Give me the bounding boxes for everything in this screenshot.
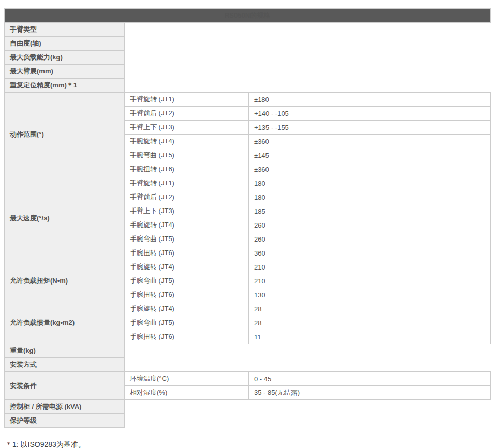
sub-row-value: 210 [249,260,491,274]
row-label: 动作范围(°) [5,93,125,176]
table-row: 安装方式 [5,358,491,372]
table-row: 控制柜 / 所需电源 (kVA) [5,400,491,414]
sub-row-value: 11 [249,330,491,344]
row-label: 允许负载惯量(kg•m2) [5,302,125,344]
row-label: 允许负载扭矩(N•m) [5,260,125,302]
row-label: 保护等级 [5,414,125,428]
row-label: 手臂类型 [5,23,125,37]
sub-row-label: 手腕扭转 (JT6) [125,246,249,260]
footnote: ＊1: 以ISO9283为基准。 [5,440,491,448]
page: RS050N的规格 手臂类型自由度(轴)最大负载能力(kg)最大臂展(mm)重复… [0,0,502,448]
table-row: 最大负载能力(kg) [5,51,491,65]
sub-row-label: 手腕扭转 (JT6) [125,330,249,344]
sub-row-value: 180 [249,190,491,204]
sub-row-label: 手腕弯曲 (JT5) [125,274,249,288]
sub-row-value: ±360 [249,135,491,148]
row-label: 重复定位精度(mm)＊1 [5,79,125,93]
table-row: 保护等级 [5,414,491,428]
sub-row-label: 手臂旋转 (JT1) [125,176,249,190]
sub-row-value: +135 - -155 [249,121,491,135]
table-row: 允许负载惯量(kg•m2)手腕旋转 (JT4)28 [5,302,491,316]
spec-table: RS050N的规格 手臂类型自由度(轴)最大负载能力(kg)最大臂展(mm)重复… [4,8,491,428]
sub-row-value: 185 [249,204,491,218]
sub-row-value: 35 - 85(无结露) [249,386,491,400]
sub-row-label: 手臂前后 (JT2) [125,190,249,204]
spec-table-body: 手臂类型自由度(轴)最大负载能力(kg)最大臂展(mm)重复定位精度(mm)＊1… [5,23,491,428]
sub-row-label: 手臂上下 (JT3) [125,121,249,135]
table-header-row: RS050N的规格 [5,9,491,23]
table-row: 重复定位精度(mm)＊1 [5,79,491,93]
sub-row-value: 0 - 45 [249,372,491,386]
sub-row-label: 手腕弯曲 (JT5) [125,316,249,330]
sub-row-label: 手臂前后 (JT2) [125,107,249,121]
sub-row-label: 手臂上下 (JT3) [125,204,249,218]
sub-row-value: ±180 [249,93,491,107]
sub-row-value: 28 [249,302,491,316]
sub-row-label: 手臂旋转 (JT1) [125,93,249,107]
row-label: 最大速度(°/s) [5,176,125,260]
sub-row-label: 环境温度(°C) [125,372,249,386]
sub-row-label: 手腕旋转 (JT4) [125,218,249,232]
row-label: 自由度(轴) [5,37,125,51]
sub-row-value: 260 [249,218,491,232]
row-label: 控制柜 / 所需电源 (kVA) [5,400,125,414]
table-row: 重量(kg) [5,344,491,358]
sub-row-label: 相对湿度(%) [125,386,249,400]
sub-row-value: 210 [249,274,491,288]
row-label: 最大负载能力(kg) [5,51,125,65]
sub-row-label: 手腕旋转 (JT4) [125,135,249,148]
sub-row-label: 手腕扭转 (JT6) [125,288,249,302]
row-label: 安装条件 [5,372,125,400]
sub-row-value: 130 [249,288,491,302]
table-title: RS050N的规格 [5,9,491,23]
sub-row-value: ±360 [249,162,491,176]
table-row: 最大臂展(mm) [5,65,491,79]
sub-row-label: 手腕扭转 (JT6) [125,162,249,176]
sub-row-value: 360 [249,246,491,260]
sub-row-label: 手腕旋转 (JT4) [125,260,249,274]
table-row: 安装条件环境温度(°C)0 - 45 [5,372,491,386]
sub-row-value: ±145 [249,148,491,162]
sub-row-label: 手腕弯曲 (JT5) [125,232,249,246]
table-row: 允许负载扭矩(N•m)手腕旋转 (JT4)210 [5,260,491,274]
sub-row-value: 260 [249,232,491,246]
table-row: 动作范围(°)手臂旋转 (JT1)±180 [5,93,491,107]
sub-row-value: +140 - -105 [249,107,491,121]
sub-row-value: 180 [249,176,491,190]
sub-row-value: 28 [249,316,491,330]
row-label: 重量(kg) [5,344,125,358]
row-label: 安装方式 [5,358,125,372]
table-row: 手臂类型 [5,23,491,37]
sub-row-label: 手腕弯曲 (JT5) [125,148,249,162]
row-label: 最大臂展(mm) [5,65,125,79]
sub-row-label: 手腕旋转 (JT4) [125,302,249,316]
table-row: 自由度(轴) [5,37,491,51]
table-row: 最大速度(°/s)手臂旋转 (JT1)180 [5,176,491,190]
